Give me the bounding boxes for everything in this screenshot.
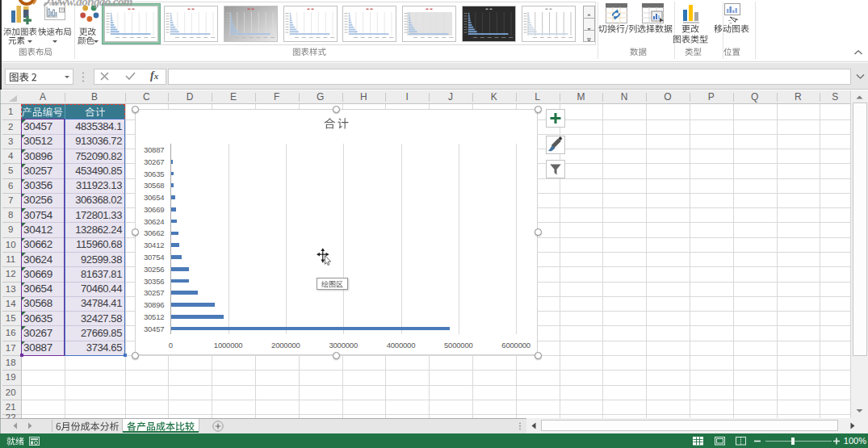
svg-text:www.dongao.com: www.dongao.com	[52, 0, 133, 8]
